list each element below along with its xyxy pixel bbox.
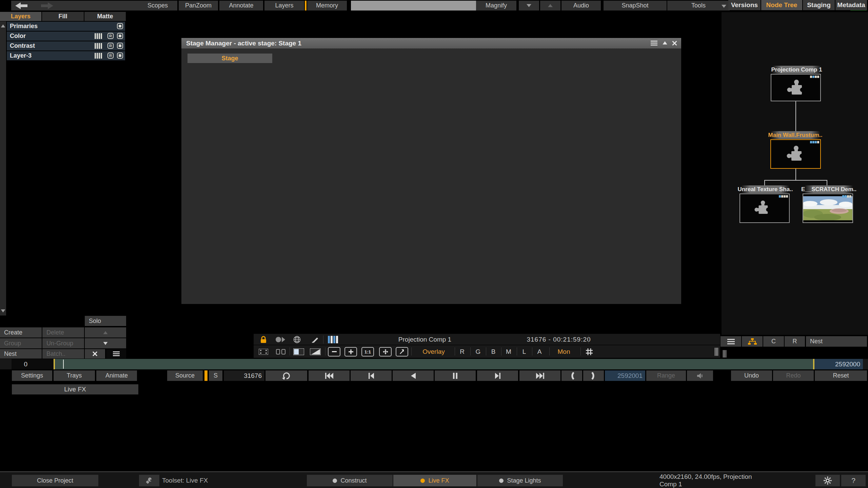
tab-versions[interactable]: Versions <box>728 0 761 10</box>
channel-l-button[interactable]: L <box>517 346 531 358</box>
trays-button[interactable]: Trays <box>54 370 95 381</box>
solo-button[interactable]: Solo <box>85 316 126 326</box>
livefx-tab[interactable]: Live FX <box>393 475 476 486</box>
layers-button[interactable]: Layers <box>264 1 304 11</box>
magnify-button[interactable]: Magnify <box>476 1 516 11</box>
tools-button[interactable]: Tools <box>667 1 730 11</box>
current-frame-field[interactable]: 31676 <box>224 370 264 381</box>
node-label-comp[interactable]: Projection Comp 1 <box>772 66 821 74</box>
ungroup-button[interactable]: Un-Group <box>42 338 84 348</box>
layer-reset-button[interactable]: R <box>107 43 114 49</box>
timeline-track[interactable] <box>55 359 813 369</box>
tab-fill[interactable]: Fill <box>42 12 84 21</box>
range-button[interactable]: Range <box>646 370 686 381</box>
animate-button[interactable]: Animate <box>96 370 137 381</box>
top-text-field[interactable] <box>351 1 476 11</box>
layer-visible-checkbox[interactable] <box>117 43 123 49</box>
tab-layers[interactable]: Layers <box>0 12 41 21</box>
delete-button[interactable]: Delete <box>42 327 84 338</box>
list-menu-button[interactable] <box>106 349 126 359</box>
node-scratch-demo[interactable] <box>803 194 853 223</box>
zoom-out-button[interactable] <box>328 347 340 357</box>
overlay-button[interactable]: Overlay <box>415 346 453 358</box>
s-button[interactable]: S <box>209 370 222 381</box>
magnify-down-button[interactable] <box>519 1 539 11</box>
scale-view-button[interactable] <box>396 347 408 357</box>
tab-node-tree[interactable]: Node Tree <box>761 0 802 10</box>
right-tabs-grip[interactable] <box>722 349 728 359</box>
layer-list-scrollbar[interactable] <box>0 21 6 316</box>
loop-button[interactable] <box>265 370 307 381</box>
help-button[interactable]: ? <box>841 475 866 486</box>
layer-reset-button[interactable]: R <box>107 33 114 39</box>
layer-row-contrast[interactable]: Contrast R <box>7 41 125 50</box>
timeline-end-value[interactable]: 2592000 <box>814 359 863 369</box>
back-arrow-button[interactable] <box>15 2 27 9</box>
zoom-1to1-button[interactable]: 1:1 <box>361 347 374 357</box>
layer-row-primaries[interactable]: Primaries <box>7 22 125 31</box>
grid-overlay-button[interactable] <box>586 348 593 355</box>
pause-button[interactable] <box>435 370 476 381</box>
close-project-button[interactable]: Close Project <box>12 475 98 486</box>
layer-row-color[interactable]: Color R <box>7 32 125 41</box>
node-tree-view-button[interactable] <box>742 336 763 347</box>
node-label-scratch[interactable]: E__SCRATCH Dem.. <box>805 185 853 193</box>
lock-icon[interactable] <box>260 336 267 343</box>
r-button[interactable]: R <box>785 336 805 347</box>
layer-bars-icon[interactable] <box>95 43 103 49</box>
layer-visible-checkbox[interactable] <box>117 53 123 59</box>
next-frame-button[interactable] <box>477 370 518 381</box>
column-stripes-icon[interactable] <box>328 336 338 343</box>
dialog-collapse-icon[interactable] <box>662 41 668 45</box>
tab-metadata[interactable]: Metadata <box>835 0 867 10</box>
memory-button[interactable]: Memory <box>307 1 347 11</box>
audio-button[interactable]: Audio <box>561 1 601 11</box>
reset-button[interactable]: Reset <box>815 370 867 381</box>
channel-m-button[interactable]: M <box>502 346 515 358</box>
mark-out-button[interactable] <box>583 370 604 381</box>
node-label-frustum[interactable]: Main Wall.Frustum.. <box>770 131 820 139</box>
film-compare-icon[interactable] <box>276 349 285 355</box>
node-unreal-texture[interactable] <box>739 194 790 223</box>
audio-mute-button[interactable] <box>687 370 713 381</box>
globe-icon[interactable] <box>293 336 301 343</box>
stage-lights-tab[interactable]: Stage Lights <box>477 475 563 486</box>
timeline-start-value[interactable]: 0 <box>12 359 53 369</box>
settings-gear-button[interactable] <box>815 475 840 486</box>
nest-view-button[interactable]: Nest <box>806 336 867 347</box>
node-projection-comp[interactable] <box>771 74 821 101</box>
dialog-close-icon[interactable] <box>672 41 677 46</box>
magnify-up-button[interactable] <box>540 1 560 11</box>
layer-reset-button[interactable]: R <box>107 53 114 59</box>
create-button[interactable]: Create <box>0 327 42 338</box>
dialog-title-bar[interactable]: Stage Manager - active stage: Stage 1 <box>181 38 681 48</box>
move-layer-down-button[interactable] <box>85 338 126 348</box>
source-button[interactable]: Source <box>167 370 203 381</box>
split-view-icon[interactable] <box>293 348 304 355</box>
channel-b-button[interactable]: B <box>487 346 500 358</box>
clear-button[interactable] <box>85 349 105 359</box>
zoom-in-button[interactable] <box>344 347 357 357</box>
toolset-button[interactable] <box>139 475 159 486</box>
annotate-button[interactable]: Annotate <box>219 1 263 11</box>
timeline-playhead[interactable] <box>63 360 64 369</box>
fit-view-button[interactable] <box>379 347 392 357</box>
film-strip-icon[interactable] <box>259 349 268 355</box>
timeline-strip[interactable]: 0 2592000 <box>0 359 868 369</box>
nest-button[interactable]: Nest <box>0 349 42 359</box>
construct-tab[interactable]: Construct <box>307 475 393 486</box>
play-reverse-button[interactable] <box>393 370 434 381</box>
layer-bars-icon[interactable] <box>95 33 103 39</box>
batch-button[interactable]: Batch.. <box>42 349 84 359</box>
tab-matte[interactable]: Matte <box>84 12 126 21</box>
snapshot-button[interactable]: SnapShot <box>604 1 667 11</box>
node-main-wall-frustum[interactable] <box>770 139 821 169</box>
playback-mode-icon[interactable] <box>275 336 285 343</box>
scopes-button[interactable]: Scopes <box>138 1 177 11</box>
go-to-end-button[interactable] <box>519 370 560 381</box>
mon-button[interactable]: Mon <box>552 346 576 358</box>
forward-arrow-button[interactable] <box>41 2 53 9</box>
mark-in-button[interactable] <box>561 370 582 381</box>
layer-bars-icon[interactable] <box>95 53 103 59</box>
dialog-menu-icon[interactable] <box>651 41 657 46</box>
